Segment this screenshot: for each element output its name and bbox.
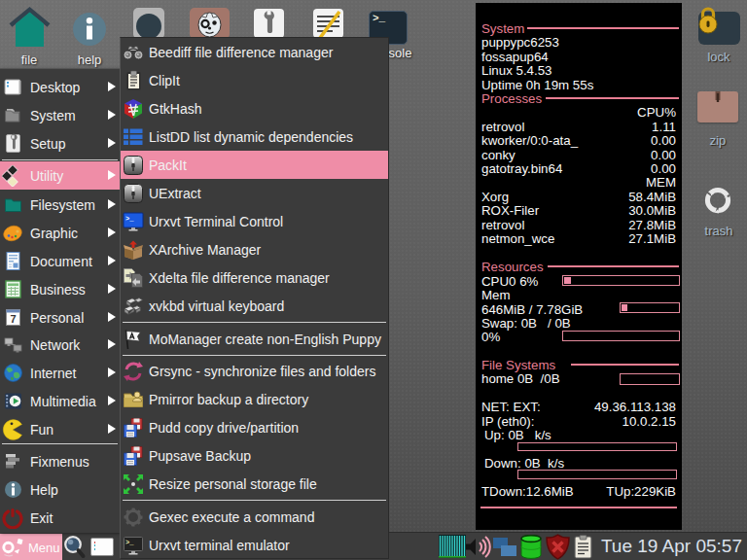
- svg-text:>_: >_: [125, 538, 134, 545]
- svg-text:7: 7: [10, 313, 16, 325]
- svg-text:>_: >_: [125, 214, 134, 222]
